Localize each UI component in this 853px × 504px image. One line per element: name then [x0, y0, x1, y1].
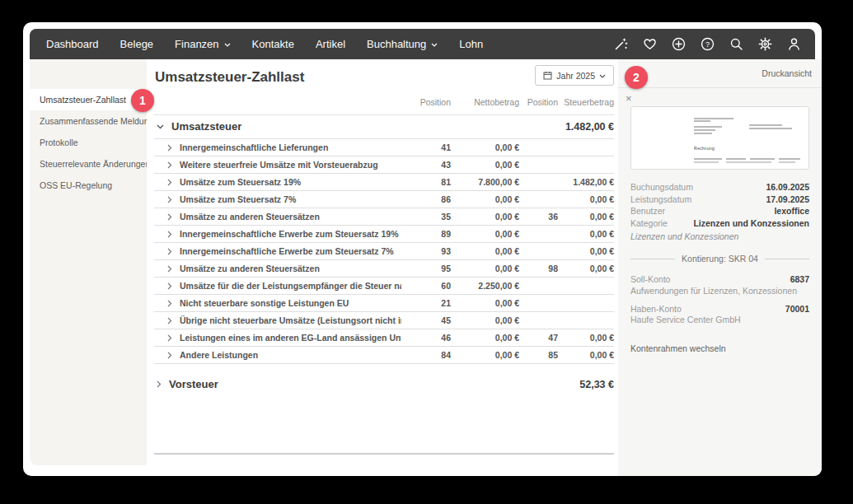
preview-document-title: Rechnung	[694, 146, 715, 151]
row-nettobetrag: 0,00 €	[451, 160, 519, 170]
chevron-right-icon	[167, 317, 172, 324]
nav-item-finanzen[interactable]: Finanzen	[164, 38, 241, 50]
section-umsatzsteuer[interactable]: Umsatzsteuer1.482,00 €	[154, 120, 614, 133]
nav-item-kontakte[interactable]: Kontakte	[241, 38, 305, 50]
field-value: 17.09.2025	[766, 194, 809, 206]
nav-item-dashboard[interactable]: Dashboard	[35, 38, 110, 50]
nav-item-lohn[interactable]: Lohn	[448, 38, 494, 50]
nav-items: DashboardBelegeFinanzenKontakteArtikelBu…	[30, 38, 494, 50]
year-select-button[interactable]: Jahr 2025	[535, 65, 614, 86]
help-icon[interactable]: ?	[696, 34, 718, 55]
account-label: Haben-Konto	[630, 303, 682, 315]
heart-icon[interactable]	[639, 34, 660, 55]
column-steuerbetrag: Steuerbetrag	[558, 97, 614, 107]
kontierung-divider: Kontierung: SKR 04	[630, 254, 809, 264]
section-label: Vorsteuer	[169, 378, 218, 390]
row-position-1: 86	[401, 194, 451, 204]
sidebar-item-umsatzsteuer-zahllast[interactable]: Umsatzsteuer-Zahllast	[30, 89, 147, 110]
close-icon[interactable]: ×	[626, 94, 632, 104]
plus-circle-icon[interactable]	[668, 34, 689, 55]
bottom-divider	[154, 453, 614, 455]
nav-item-label: Finanzen	[175, 38, 218, 50]
tax-table: Umsatzsteuer1.482,00 €Innergemeinschaftl…	[154, 112, 614, 396]
table-row[interactable]: Weitere steuerfreie Umsätze mit Vorsteue…	[154, 156, 614, 173]
table-row[interactable]: Innergemeinschaftliche Erwerbe zum Steue…	[154, 242, 614, 259]
table-row[interactable]: Innergemeinschaftliche Lieferungen410,00…	[154, 138, 614, 156]
sidebar-item-steuerrelevante-änderungen[interactable]: Steuerrelevante Änderungen	[30, 153, 147, 175]
nav-item-label: Belege	[120, 38, 153, 50]
chevron-right-icon	[167, 265, 172, 273]
table-row[interactable]: Umsätze zum Steuersatz 7%860,00 €0,00 €	[154, 190, 614, 208]
row-position-1: 41	[401, 142, 451, 152]
row-position-1: 45	[401, 315, 451, 325]
field-label: Leistungsdatum	[630, 194, 691, 206]
kontierung-label: Kontierung: SKR 04	[682, 254, 758, 264]
print-view-link[interactable]: Druckansicht	[762, 68, 812, 78]
table-row[interactable]: Umsätze zu anderen Steuersätzen950,00 €9…	[154, 259, 614, 277]
table-row[interactable]: Innergemeinschaftliche Erwerbe zum Steue…	[154, 225, 614, 242]
row-label: Innergemeinschaftliche Erwerbe zum Steue…	[180, 246, 394, 256]
document-fields: Buchungsdatum16.09.2025Leistungsdatum17.…	[630, 181, 809, 229]
row-nettobetrag: 0,00 €	[451, 350, 519, 360]
annotation-badge-2: 2	[625, 66, 648, 89]
row-nettobetrag: 0,00 €	[451, 229, 519, 239]
account-list: Soll-Konto6837Aufwendungen für Lizenzen,…	[630, 273, 809, 325]
row-steuerbetrag: 0,00 €	[558, 212, 614, 222]
category-note: Lizenzen und Konzessionen	[630, 231, 809, 241]
table-row[interactable]: Leistungen eines im anderen EG-Land ansä…	[154, 329, 614, 346]
chevron-right-icon	[167, 196, 172, 203]
nav-item-artikel[interactable]: Artikel	[305, 38, 356, 50]
account-number: 6837	[790, 273, 809, 286]
table-row[interactable]: Umsätze für die der Leistungsempfänger d…	[154, 277, 614, 294]
sidebar-item-zusammenfassende-meldung[interactable]: Zusammenfassende Meldung	[30, 110, 147, 132]
sidebar-item-oss-eu-regelung[interactable]: OSS EU-Regelung	[30, 175, 147, 196]
field-value: 16.09.2025	[766, 181, 809, 194]
field-label: Benutzer	[630, 205, 665, 217]
nav-item-belege[interactable]: Belege	[110, 38, 164, 50]
chevron-right-icon	[167, 213, 172, 221]
table-row[interactable]: Andere Leistungen840,00 €850,00 €	[154, 346, 614, 363]
row-label: Umsätze für die der Leistungsempfänger d…	[180, 281, 401, 291]
section-total: 1.482,00 €	[558, 121, 614, 133]
chevron-right-icon	[167, 248, 172, 255]
row-steuerbetrag: 0,00 €	[558, 333, 614, 343]
row-position-1: 46	[401, 333, 451, 343]
row-position-2: 36	[519, 212, 558, 222]
row-position-2: 47	[519, 333, 558, 343]
row-label: Weitere steuerfreie Umsätze mit Vorsteue…	[180, 160, 378, 170]
chevron-right-icon	[167, 179, 172, 186]
table-row[interactable]: Umsätze zu anderen Steuersätzen350,00 €3…	[154, 208, 614, 225]
row-position-1: 60	[401, 281, 451, 291]
nav-item-label: Buchhaltung	[367, 38, 426, 50]
row-position-2: 85	[519, 350, 558, 360]
field-value: lexoffice	[774, 205, 809, 217]
row-position-1: 35	[401, 212, 451, 222]
chevron-right-icon	[167, 161, 172, 169]
field-label: Kategorie	[630, 217, 668, 230]
gear-icon[interactable]	[754, 34, 776, 55]
switch-chart-of-accounts-link[interactable]: Kontenrahmen wechseln	[630, 343, 809, 353]
section-vorsteuer[interactable]: Vorsteuer52,33 €	[154, 378, 614, 390]
row-nettobetrag: 0,00 €	[451, 142, 519, 152]
document-preview[interactable]: Rechnung	[630, 106, 809, 170]
top-navigation: DashboardBelegeFinanzenKontakteArtikelBu…	[30, 29, 815, 59]
nav-item-buchhaltung[interactable]: Buchhaltung	[356, 38, 448, 50]
row-label: Leistungen eines im anderen EG-Land ansä…	[180, 333, 401, 343]
field-benutzer: Benutzerlexoffice	[630, 205, 809, 217]
table-row[interactable]: Übrige nicht steuerbare Umsätze (Leistun…	[154, 311, 614, 329]
sidebar-item-protokolle[interactable]: Protokolle	[30, 132, 147, 153]
row-label: Andere Leistungen	[180, 350, 258, 360]
column-position-1: Position	[401, 97, 451, 107]
magic-wand-icon[interactable]	[610, 34, 631, 55]
row-nettobetrag: 2.250,00 €	[451, 281, 519, 291]
panel-body: Buchungsdatum16.09.2025Leistungsdatum17.…	[630, 181, 809, 353]
table-row[interactable]: Umsätze zum Steuersatz 19%817.800,00 €1.…	[154, 173, 614, 190]
row-position-1: 43	[401, 160, 451, 170]
row-steuerbetrag: 0,00 €	[558, 350, 614, 360]
chevron-right-icon	[167, 352, 172, 359]
user-icon[interactable]	[783, 34, 804, 55]
page-title: Umsatzsteuer-Zahllast	[155, 69, 304, 86]
search-icon[interactable]	[725, 34, 747, 55]
table-row[interactable]: Nicht steuerbare sonstige Leistungen EU2…	[154, 294, 614, 311]
chevron-down-icon	[157, 124, 164, 129]
